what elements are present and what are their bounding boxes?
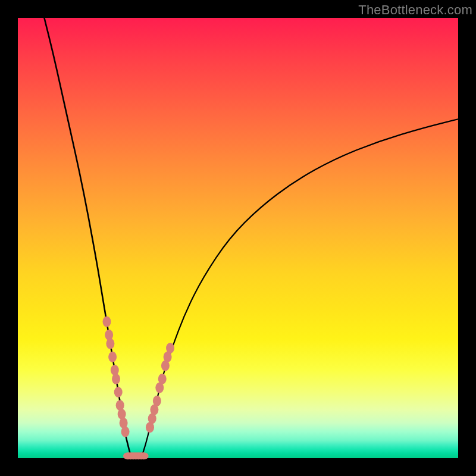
curve-lines xyxy=(44,18,458,458)
marker-point xyxy=(106,339,114,349)
marker-point xyxy=(139,452,149,459)
chart-frame: TheBottleneck.com xyxy=(0,0,476,476)
chart-svg xyxy=(18,18,458,458)
marker-point xyxy=(166,343,174,353)
marker-point xyxy=(114,387,123,397)
marker-point xyxy=(158,374,167,384)
series-right-curve xyxy=(141,119,458,458)
marker-point xyxy=(102,317,111,327)
marker-point xyxy=(153,396,161,406)
marker-point xyxy=(108,352,117,362)
plot-area xyxy=(18,18,458,458)
watermark-text: TheBottleneck.com xyxy=(358,2,472,18)
marker-point xyxy=(121,427,130,437)
data-markers xyxy=(102,317,174,460)
marker-point xyxy=(112,374,120,384)
